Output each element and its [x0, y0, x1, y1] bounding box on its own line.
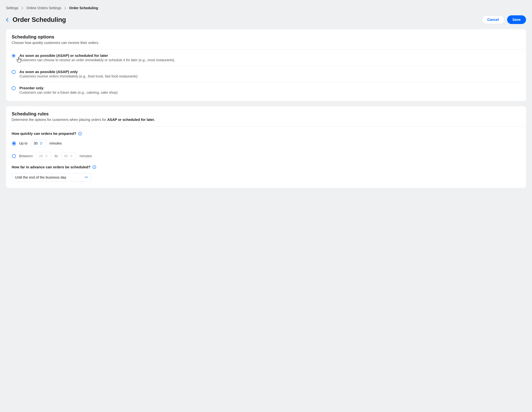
minutes-label: minutes: [80, 154, 92, 158]
select-value: Until the end of the business day: [15, 175, 66, 179]
scheduling-options-card: Scheduling options Choose how quickly cu…: [6, 29, 526, 101]
chevron-up-icon[interactable]: [70, 155, 72, 156]
breadcrumb-settings[interactable]: Settings: [6, 6, 18, 10]
prep-between-row[interactable]: Between 20 to 40 minutes: [12, 152, 520, 160]
chevron-left-icon: [6, 18, 8, 22]
chevron-up-icon[interactable]: [45, 155, 48, 156]
radio-preorder-only[interactable]: [12, 86, 16, 90]
scheduling-options-subtitle: Choose how quickly customers can receive…: [12, 41, 520, 45]
advance-question: How far in advance can orders be schedul…: [12, 165, 520, 169]
scheduling-options-title: Scheduling options: [12, 34, 520, 40]
upto-minutes-stepper[interactable]: 30: [31, 140, 46, 147]
option-desc: Customers receive orders immediately (e.…: [19, 74, 520, 78]
radio-upto[interactable]: [12, 141, 16, 145]
between-min-stepper[interactable]: 20: [36, 152, 52, 160]
option-desc: Customers can choose to receive an order…: [19, 58, 520, 62]
scheduling-rules-subtitle: Determine the options for customers when…: [12, 118, 520, 122]
upto-label: Up to: [19, 141, 28, 145]
chevron-down-icon[interactable]: [40, 143, 42, 145]
option-title: Preorder only: [19, 86, 520, 90]
radio-between[interactable]: [12, 154, 16, 158]
minutes-label: minutes: [49, 141, 62, 145]
breadcrumb: Settings Online Orders Settings Order Sc…: [6, 6, 526, 10]
between-label: Between: [19, 154, 33, 158]
chevron-right-icon: [65, 7, 66, 9]
chevron-right-icon: [21, 7, 23, 9]
option-title: As soon as possible (ASAP) only: [19, 70, 520, 74]
between-max-stepper[interactable]: 40: [61, 152, 76, 160]
breadcrumb-online-orders[interactable]: Online Orders Settings: [26, 6, 61, 10]
back-button[interactable]: [6, 18, 8, 22]
option-asap-or-later[interactable]: As soon as possible (ASAP) or scheduled …: [6, 50, 526, 66]
prep-time-question: How quickly can orders be prepared? i: [12, 131, 520, 136]
info-icon[interactable]: i: [78, 132, 82, 135]
to-label: to: [55, 154, 58, 158]
scheduling-rules-title: Scheduling rules: [12, 111, 520, 117]
advance-select[interactable]: Until the end of the business day: [12, 173, 91, 182]
page-title: Order Scheduling: [12, 16, 66, 23]
option-title: As soon as possible (ASAP) or scheduled …: [19, 54, 520, 58]
option-asap-only[interactable]: As soon as possible (ASAP) only Customer…: [6, 66, 526, 82]
breadcrumb-current: Order Scheduling: [69, 6, 98, 10]
cancel-button[interactable]: Cancel: [482, 15, 504, 24]
chevron-down-icon: [85, 176, 88, 178]
scheduling-rules-card: Scheduling rules Determine the options f…: [6, 106, 526, 188]
chevron-down-icon[interactable]: [70, 156, 72, 157]
radio-asap-only[interactable]: [12, 70, 16, 74]
option-desc: Customers can order for a future date (e…: [19, 91, 520, 95]
option-preorder-only[interactable]: Preorder only Customers can order for a …: [6, 82, 526, 98]
save-button[interactable]: Save: [507, 15, 526, 24]
chevron-down-icon[interactable]: [45, 156, 48, 157]
prep-upto-row[interactable]: Up to 30 minutes: [12, 140, 520, 147]
chevron-up-icon[interactable]: [40, 142, 42, 143]
info-icon[interactable]: i: [93, 165, 96, 169]
radio-asap-or-later[interactable]: [12, 54, 16, 58]
